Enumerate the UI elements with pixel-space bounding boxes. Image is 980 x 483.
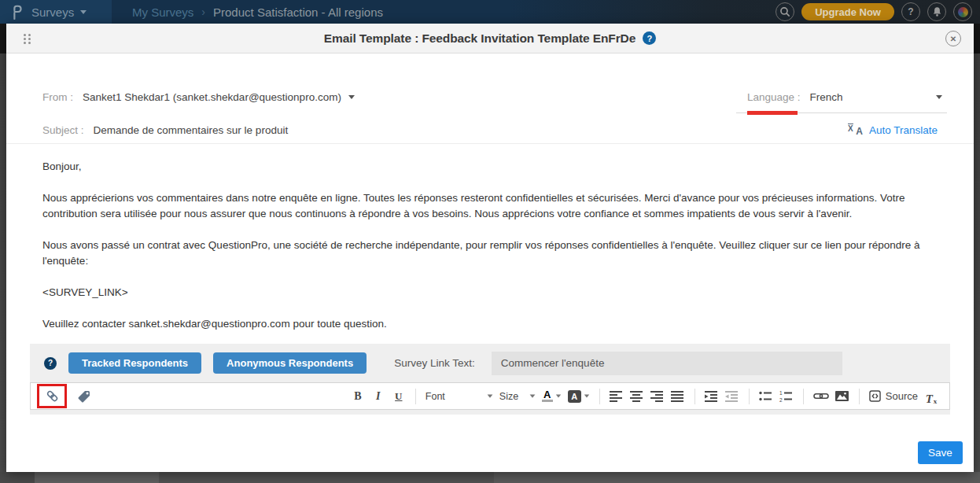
text-color-button[interactable]: A [542,390,562,402]
chain-link-icon [45,389,60,404]
chevron-down-icon [487,394,492,397]
respondents-help-icon[interactable]: ? [44,357,57,370]
source-button[interactable]: Source [869,390,918,402]
upgrade-now-button[interactable]: Upgrade Now [801,3,894,20]
link-icon [813,392,829,400]
font-dropdown[interactable]: Font [426,391,493,402]
title-help-icon[interactable]: ? [643,31,656,45]
language-dropdown-caret-icon [936,95,942,99]
dialog-header: Email Template : Feedback Invitation Tem… [6,24,974,53]
survey-link-text-input[interactable] [492,352,842,375]
notifications-button[interactable] [927,2,946,21]
chevron-down-icon [529,394,535,397]
respondents-row: ? Tracked Respondents Anonymous Responde… [30,344,950,382]
decrease-indent-button [725,387,739,406]
product-menu-label: Surveys [31,6,74,19]
align-left-icon [610,391,623,402]
italic-button[interactable]: I [371,387,385,406]
image-icon [835,391,849,401]
toolbar-separator [749,389,750,404]
increase-indent-icon [705,391,718,402]
align-center-icon [630,391,643,402]
email-body-editor[interactable]: Bonjour, Nous apprécierions vos commenta… [42,144,938,341]
product-menu[interactable]: Surveys [0,0,112,24]
align-center-button[interactable] [630,387,644,406]
questionpro-logo-icon [11,4,24,20]
highlight-annotation-box [37,384,67,408]
chevron-down-icon [556,395,561,398]
whats-new-button[interactable] [953,2,972,21]
breadcrumb: My Surveys › Product Satisfaction - All … [132,0,383,24]
background-color-button[interactable]: A [568,390,590,403]
toolbar-separator [599,389,600,404]
from-value[interactable]: Sanket1 Shekdar1 (sanket.shekdar@questio… [83,91,341,103]
bold-button[interactable]: B [351,387,365,406]
remove-format-button[interactable]: Tx [924,387,938,406]
align-justify-button[interactable] [671,387,685,406]
chevron-down-icon [584,395,589,398]
breadcrumb-my-surveys[interactable]: My Surveys [132,6,193,19]
bell-icon [932,6,942,17]
bulleted-list-icon [759,391,772,402]
body-paragraph: Nous apprécierions vos commentaires dans… [42,190,938,222]
underline-button[interactable]: U [392,387,406,406]
search-button[interactable] [776,2,794,21]
align-right-button[interactable] [650,387,665,406]
subject-row: Subject : Demande de commentaires sur le… [42,116,938,143]
auto-translate-label: Auto Translate [869,124,938,136]
language-label: Language : [747,91,801,103]
dialog-title: Email Template : Feedback Invitation Tem… [324,31,656,46]
language-active-underline [747,111,798,115]
survey-link-text-label: Survey Link Text: [394,357,475,369]
language-select[interactable]: Language : French [736,82,947,113]
help-button[interactable]: ? [901,2,920,21]
search-icon [779,6,790,17]
toolbar-separator [415,389,416,404]
numbered-list-button[interactable]: 12 [779,387,794,406]
svg-text:2: 2 [779,396,783,402]
overlay-right-margin [974,24,980,472]
toolbar-separator [803,389,804,404]
svg-text:1: 1 [779,391,783,396]
whats-new-icon [958,7,968,17]
language-value: French [810,91,843,103]
subject-label: Subject : [42,124,84,136]
anonymous-respondents-button[interactable]: Anonymous Respondents [213,352,367,374]
overlay-bottom-strip [0,472,980,483]
body-paragraph: Veuillez contacter sanket.shekdar@questi… [42,316,938,332]
insert-survey-link-button[interactable] [45,389,60,404]
respondents-panel: ? Tracked Respondents Anonymous Responde… [30,344,950,415]
overlay-left-margin [0,24,6,472]
bulleted-list-button[interactable] [759,387,773,406]
numbered-list-icon: 12 [779,391,793,402]
save-button[interactable]: Save [918,441,963,464]
body-paragraph: Nous avons passé un contrat avec Questio… [42,238,938,269]
insert-link-button[interactable] [813,387,829,406]
subject-value[interactable]: Demande de commentaires sur le produit [94,124,289,136]
align-left-button[interactable] [610,387,624,406]
decrease-indent-icon [725,391,739,402]
from-label: From : [42,91,73,103]
auto-translate-button[interactable]: XA Auto Translate [848,124,938,136]
drag-handle-icon[interactable] [24,34,31,45]
insert-tag-button[interactable] [77,389,91,404]
body-paragraph: <SURVEY_LINK> [42,285,938,300]
toolbar-separator [694,389,695,404]
increase-indent-button[interactable] [705,387,719,406]
align-justify-icon [671,391,684,402]
align-right-icon [650,391,664,402]
close-icon[interactable] [945,31,961,46]
from-dropdown-caret-icon[interactable] [348,95,355,99]
insert-image-button[interactable] [835,387,849,406]
tracked-respondents-button[interactable]: Tracked Respondents [68,352,201,374]
breadcrumb-separator: › [201,6,205,18]
size-dropdown[interactable]: Size [499,391,536,402]
source-label: Source [886,390,918,402]
toolbar-separator [859,389,860,404]
email-template-dialog: Email Template : Feedback Invitation Tem… [6,24,974,472]
source-icon [869,390,881,402]
background-color-icon: A [568,390,581,403]
editor-toolbar: B I U Font Size A [30,382,950,410]
tag-icon [77,389,91,404]
body-paragraph: Bonjour, [42,159,938,175]
